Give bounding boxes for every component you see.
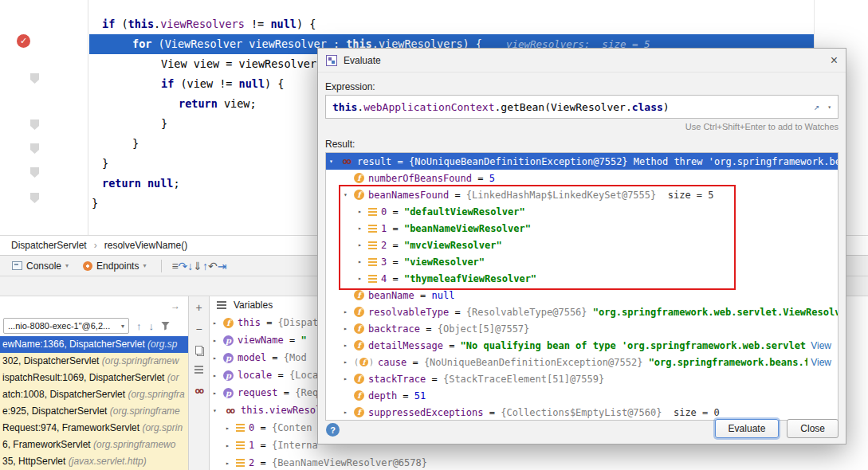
- tree-row[interactable]: ▸fstackTrace = {StackTraceElement[51]@75…: [326, 370, 838, 387]
- view-link[interactable]: View: [807, 357, 838, 368]
- object-reference: {ResolvableType@7556}: [466, 307, 587, 318]
- tree-row-text: 3 = "viewResolver": [381, 257, 838, 268]
- tree-row[interactable]: fdepth = 51: [326, 387, 838, 404]
- step-over-icon[interactable]: ↷: [179, 260, 188, 272]
- gutter-marker: [30, 73, 39, 84]
- tree-row[interactable]: ▸2 = {BeanNameViewResolver@6578}: [210, 454, 868, 470]
- expand-chevron-icon[interactable]: ▸: [344, 358, 354, 366]
- result-label: Result:: [325, 139, 355, 150]
- frame-row[interactable]: ispatchResult:1069, DispatcherServlet (o…: [0, 370, 188, 386]
- expand-chevron-icon[interactable]: ▸: [358, 225, 368, 232]
- expand-chevron-icon[interactable]: ▸: [213, 372, 223, 379]
- frame-row[interactable]: ewName:1366, DispatcherServlet (org.sp: [0, 336, 188, 353]
- gutter-fold-line: [88, 0, 88, 235]
- expand-chevron-icon[interactable]: ▸: [358, 241, 368, 249]
- overflow-arrow-icon[interactable]: →: [171, 300, 180, 311]
- history-dropdown-icon[interactable]: ▾: [827, 104, 831, 111]
- frame-row[interactable]: e:925, DispatcherServlet (org.springfram…: [0, 403, 188, 420]
- breakpoint-icon[interactable]: [17, 34, 30, 48]
- add-watch-icon[interactable]: +: [195, 303, 202, 313]
- expand-chevron-icon[interactable]: ▾: [213, 407, 223, 414]
- tree-row[interactable]: ▸(f)cause = {NoUniqueBeanDefinitionExcep…: [326, 354, 838, 370]
- expand-chevron-icon[interactable]: ▸: [358, 275, 368, 282]
- expand-chevron-icon[interactable]: ▸: [226, 425, 236, 432]
- primitive-value: 5: [489, 173, 495, 184]
- tree-row-text: depth = 51: [368, 390, 838, 401]
- tree-row-text: backtrace = {Object[5]@7557}: [368, 323, 838, 335]
- tree-row[interactable]: ▸1 = "beanNameViewResolver": [326, 220, 838, 237]
- expand-chevron-icon[interactable]: ▸: [344, 342, 354, 349]
- next-frame-icon[interactable]: ↓: [149, 320, 155, 332]
- tree-row[interactable]: fnumberOfBeansFound = 5: [326, 170, 838, 186]
- tab-console[interactable]: Console ▾: [6, 256, 74, 276]
- frame-row[interactable]: 6, FrameworkServlet (org.springframewo: [0, 437, 188, 453]
- tree-row[interactable]: fbeanName = null: [326, 287, 838, 304]
- array-element-icon: [236, 459, 245, 467]
- close-icon[interactable]: ×: [831, 53, 838, 68]
- expand-chevron-icon[interactable]: ▸: [213, 337, 223, 344]
- run-to-cursor-icon[interactable]: ⇥: [218, 260, 227, 272]
- expression-input[interactable]: this.webApplicationContext.getBean(ViewR…: [325, 95, 839, 119]
- tree-row[interactable]: ▸2 = "mvcViewResolver": [326, 237, 838, 253]
- thread-selector[interactable]: ...nio-8080-exec-1"@6,2... ▾: [3, 318, 129, 334]
- variable-name: result: [357, 156, 391, 167]
- expand-chevron-icon[interactable]: ▸: [213, 319, 223, 327]
- watch-icon: [340, 156, 353, 166]
- drop-frame-icon[interactable]: ↶: [208, 260, 218, 272]
- tab-endpoints[interactable]: Endpoints ▾: [77, 256, 151, 276]
- frame-row[interactable]: atch:1008, DispatcherServlet (org.spring…: [0, 386, 188, 403]
- string-value: "org.springframework.beans.factory.NoU..…: [642, 357, 807, 368]
- copy-icon[interactable]: [195, 346, 202, 354]
- expand-chevron-icon[interactable]: ▸: [358, 258, 368, 265]
- expand-chevron-icon[interactable]: ▸: [344, 409, 354, 416]
- breadcrumb-method[interactable]: resolveViewName(): [104, 240, 187, 251]
- menu-icon[interactable]: ≡: [171, 260, 178, 272]
- tree-row[interactable]: ▸4 = "thymeleafViewResolver": [326, 270, 838, 287]
- layout-settings-icon[interactable]: [217, 304, 226, 306]
- expand-chevron-icon[interactable]: ▸: [226, 460, 236, 467]
- frame-row[interactable]: 35, HttpServlet (javax.servlet.http): [0, 453, 188, 470]
- variables-title: Variables: [234, 300, 273, 311]
- tree-row[interactable]: ▸0 = "defaultViewResolver": [326, 203, 838, 220]
- expand-chevron-icon[interactable]: ▸: [344, 325, 354, 332]
- evaluate-button[interactable]: Evaluate: [715, 419, 780, 438]
- tree-row[interactable]: ▸3 = "viewResolver": [326, 253, 838, 270]
- dialog-titlebar[interactable]: Evaluate ×: [318, 49, 846, 72]
- tree-row-text: resolvableType = {ResolvableType@7556} "…: [368, 307, 838, 318]
- breadcrumb-class[interactable]: DispatcherServlet: [11, 240, 87, 251]
- string-value: "viewResolver": [404, 257, 485, 268]
- tree-row[interactable]: ▸fsuppressedExceptions = {Collections$Em…: [326, 404, 838, 421]
- expand-chevron-icon[interactable]: ▸: [213, 354, 223, 362]
- expand-chevron-icon[interactable]: ▸: [344, 308, 354, 315]
- duplicate-stack-icon[interactable]: [194, 366, 203, 367]
- tree-row[interactable]: ▾result = {NoUniqueBeanDefinitionExcepti…: [326, 153, 838, 170]
- previous-frame-icon[interactable]: ↑: [136, 320, 142, 332]
- result-tree: ▾result = {NoUniqueBeanDefinitionExcepti…: [325, 152, 839, 421]
- endpoints-icon: [83, 261, 92, 271]
- expand-icon[interactable]: ↗: [814, 101, 819, 112]
- expand-chevron-icon[interactable]: ▸: [226, 442, 236, 449]
- frame-row[interactable]: 302, DispatcherServlet (org.springframew: [0, 353, 188, 370]
- frame-row[interactable]: Request:974, FrameworkServlet (org.sprin: [0, 420, 188, 437]
- remove-watch-icon[interactable]: −: [195, 324, 202, 335]
- expand-chevron-icon[interactable]: ▸: [358, 208, 368, 215]
- show-watches-icon[interactable]: [194, 385, 202, 396]
- view-link[interactable]: View: [807, 340, 838, 351]
- tree-row[interactable]: ▾fbeanNamesFound = {LinkedHashMap$Linked…: [326, 186, 838, 203]
- string-value: "mvcViewResolver": [404, 240, 502, 251]
- expand-chevron-icon[interactable]: ▸: [344, 375, 354, 382]
- expand-chevron-icon[interactable]: ▾: [344, 191, 354, 198]
- tree-row[interactable]: ▸fresolvableType = {ResolvableType@7556}…: [326, 304, 838, 320]
- force-step-into-icon[interactable]: ⇓: [193, 260, 202, 272]
- filter-frames-icon[interactable]: [161, 322, 170, 331]
- evaluate-dialog: Evaluate × Expression: this.webApplicati…: [317, 48, 846, 445]
- tree-row[interactable]: ▸fbacktrace = {Object[5]@7557}: [326, 320, 838, 337]
- expand-chevron-icon[interactable]: ▾: [329, 158, 340, 165]
- expand-chevron-icon[interactable]: ▸: [213, 390, 223, 397]
- help-icon[interactable]: ?: [326, 423, 340, 437]
- tree-row[interactable]: ▸fdetailMessage = "No qualifying bean of…: [326, 337, 838, 354]
- close-button[interactable]: Close: [787, 419, 839, 438]
- code-line[interactable]: if (this.viewResolvers != null) {: [89, 14, 814, 34]
- field-icon: f: [223, 318, 234, 328]
- frame-location: ewName:1366, DispatcherServlet: [2, 339, 147, 350]
